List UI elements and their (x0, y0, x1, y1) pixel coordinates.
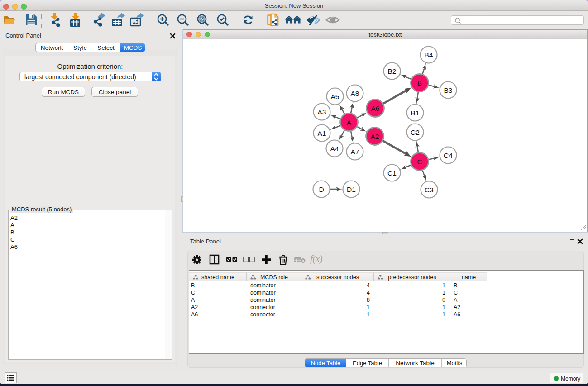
svg-text:A2: A2 (371, 133, 379, 140)
svg-text:B1: B1 (411, 109, 420, 117)
svg-text:A3: A3 (318, 108, 326, 116)
svg-text:D: D (319, 186, 324, 193)
svg-text:B4: B4 (425, 51, 433, 59)
svg-text:B: B (417, 79, 422, 87)
svg-text:C3: C3 (425, 186, 434, 194)
svg-text:A8: A8 (351, 90, 359, 97)
svg-text:B2: B2 (388, 67, 397, 75)
svg-text:A4: A4 (330, 145, 339, 152)
svg-text:B3: B3 (444, 86, 453, 94)
svg-text:A5: A5 (331, 93, 339, 100)
svg-text:A: A (347, 119, 352, 126)
svg-text:C: C (417, 158, 422, 166)
svg-text:A6: A6 (371, 105, 380, 112)
svg-text:C2: C2 (411, 129, 420, 136)
svg-text:A1: A1 (318, 129, 326, 137)
svg-text:A7: A7 (351, 148, 359, 156)
svg-text:C1: C1 (387, 169, 397, 177)
svg-text:C4: C4 (444, 152, 453, 159)
svg-text:D1: D1 (347, 186, 356, 193)
